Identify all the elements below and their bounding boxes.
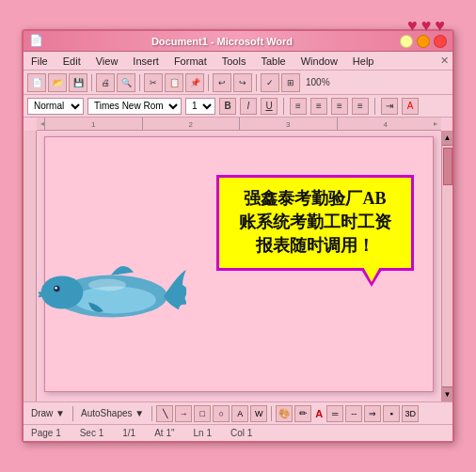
scroll-thumb[interactable] xyxy=(443,148,452,185)
tb-spell[interactable]: ✓ xyxy=(261,73,279,92)
tb-save[interactable]: 💾 xyxy=(69,73,87,92)
menu-format[interactable]: Format xyxy=(170,55,211,68)
status-pages: 1/1 xyxy=(122,428,135,438)
draw-label[interactable]: Draw ▼ xyxy=(27,408,69,418)
ruler-mark-2: 2 xyxy=(142,118,240,130)
dolphin-image xyxy=(36,250,186,335)
window-title: Document1 - Microsoft Word xyxy=(44,36,400,47)
wordart-tool[interactable]: W xyxy=(250,405,267,422)
tb-cut[interactable]: ✂ xyxy=(144,73,163,92)
ruler-mark-1: 1 xyxy=(44,118,142,130)
svg-point-1 xyxy=(73,287,156,314)
tb-undo[interactable]: ↩ xyxy=(213,73,231,92)
title-bar: 📄 Document1 - Microsoft Word xyxy=(24,31,452,52)
ruler-mark-4: 4 xyxy=(337,118,435,130)
draw-toolbar: Draw ▼ AutoShapes ▼ ╲ → □ ○ A W 🎨 ✏ A ═ … xyxy=(24,401,452,424)
dash-style-btn[interactable]: -- xyxy=(345,405,362,422)
tb-sep3 xyxy=(208,74,209,91)
fill-color-btn[interactable]: 🎨 xyxy=(276,405,293,422)
menu-file[interactable]: File xyxy=(27,55,52,68)
heart-2: ♥ xyxy=(421,16,432,36)
line-style-btn[interactable]: ═ xyxy=(326,405,343,422)
draw-sep3 xyxy=(271,406,272,421)
zoom-level: 100% xyxy=(306,77,330,87)
ruler-mark-3: 3 xyxy=(239,118,337,130)
style-select[interactable]: Normal xyxy=(27,98,84,115)
font-color-button[interactable]: A xyxy=(402,98,419,115)
word-window: ♥ ♥ ♥ 📄 Document1 - Microsoft Word File … xyxy=(22,29,454,443)
document-page[interactable]: 强鑫泰考勤验厂AB 账系统考勤工时工资 报表随时调用！ xyxy=(44,136,434,392)
status-col: Col 1 xyxy=(230,428,252,438)
tb-paste[interactable]: 📌 xyxy=(185,73,204,92)
tb-print[interactable]: 🖨 xyxy=(96,73,115,92)
window-controls xyxy=(400,35,447,48)
svg-point-6 xyxy=(85,289,107,296)
line-color-btn[interactable]: ✏ xyxy=(294,405,311,422)
tb-redo[interactable]: ↪ xyxy=(233,73,252,92)
3d-btn[interactable]: 3D xyxy=(402,405,419,422)
document-area: ◂ 1 2 3 4 ▸ 强鑫泰考勤验厂AB 账系统考勤工时工资 报表随时调用！ xyxy=(24,118,452,401)
arrow-style-btn[interactable]: ⇒ xyxy=(364,405,381,422)
menu-close-btn[interactable]: ✕ xyxy=(440,55,449,67)
maximize-button[interactable] xyxy=(417,35,430,48)
align-center-button[interactable]: ≡ xyxy=(310,98,327,115)
fmt-sep1 xyxy=(283,98,284,115)
draw-sep1 xyxy=(72,406,73,421)
heart-decorations: ♥ ♥ ♥ xyxy=(407,16,445,36)
vertical-ruler xyxy=(24,131,37,401)
arrow-tool[interactable]: → xyxy=(175,405,192,422)
status-at: At 1" xyxy=(154,428,174,438)
justify-button[interactable]: ≡ xyxy=(352,98,369,115)
svg-point-2 xyxy=(41,275,84,308)
format-bar: Normal Times New Roman 12 B I U ≡ ≡ ≡ ≡ … xyxy=(24,95,452,118)
menu-insert[interactable]: Insert xyxy=(129,55,163,68)
line-tool[interactable]: ╲ xyxy=(156,405,173,422)
font-select[interactable]: Times New Roman xyxy=(87,98,182,115)
menu-help[interactable]: Help xyxy=(349,55,378,68)
bubble-text: 强鑫泰考勤验厂AB 账系统考勤工时工资 报表随时调用！ xyxy=(230,187,400,259)
draw-sep2 xyxy=(151,406,152,421)
status-page: Page 1 xyxy=(31,428,61,438)
menu-table[interactable]: Table xyxy=(257,55,289,68)
close-button[interactable] xyxy=(434,35,447,48)
bold-button[interactable]: B xyxy=(219,98,236,115)
align-left-button[interactable]: ≡ xyxy=(290,98,307,115)
vertical-scrollbar[interactable]: ▲ ▼ xyxy=(441,131,452,401)
scroll-down-btn[interactable]: ▼ xyxy=(442,386,452,401)
speech-bubble: 强鑫泰考勤验厂AB 账系统考勤工时工资 报表随时调用！ xyxy=(216,175,414,271)
tb-table[interactable]: ⊞ xyxy=(281,73,300,92)
align-right-button[interactable]: ≡ xyxy=(331,98,348,115)
status-sec: Sec 1 xyxy=(80,428,104,438)
menu-edit[interactable]: Edit xyxy=(59,55,85,68)
scroll-up-btn[interactable]: ▲ xyxy=(442,131,452,146)
tb-new[interactable]: 📄 xyxy=(27,73,46,92)
font-size-select[interactable]: 12 xyxy=(185,98,215,115)
ruler: ◂ 1 2 3 4 ▸ xyxy=(37,118,441,131)
italic-button[interactable]: I xyxy=(240,98,257,115)
rect-tool[interactable]: □ xyxy=(194,405,211,422)
autoshapes-label[interactable]: AutoShapes ▼ xyxy=(77,408,148,418)
oval-tool[interactable]: ○ xyxy=(213,405,230,422)
tb-preview[interactable]: 🔍 xyxy=(117,73,135,92)
menu-view[interactable]: View xyxy=(92,55,122,68)
indent-button[interactable]: ⇥ xyxy=(381,98,398,115)
main-toolbar: 📄 📂 💾 🖨 🔍 ✂ 📋 📌 ↩ ↪ ✓ ⊞ 100% xyxy=(24,71,452,95)
fmt-sep2 xyxy=(374,98,375,115)
tb-sep2 xyxy=(139,74,140,91)
shadow-btn[interactable]: ▪ xyxy=(383,405,400,422)
menu-window[interactable]: Window xyxy=(297,55,341,68)
tb-open[interactable]: 📂 xyxy=(48,73,67,92)
tb-sep1 xyxy=(91,74,92,91)
font-color-btn[interactable]: A xyxy=(313,408,325,419)
heart-3: ♥ xyxy=(435,16,445,36)
minimize-button[interactable] xyxy=(400,35,413,48)
underline-button[interactable]: U xyxy=(261,98,278,115)
menu-tools[interactable]: Tools xyxy=(218,55,250,68)
tb-copy[interactable]: 📋 xyxy=(165,73,183,92)
heart-1: ♥ xyxy=(407,16,418,36)
textbox-tool[interactable]: A xyxy=(231,405,248,422)
svg-point-4 xyxy=(55,287,56,289)
tb-sep4 xyxy=(256,74,257,91)
status-bar: Page 1 Sec 1 1/1 At 1" Ln 1 Col 1 xyxy=(24,424,452,441)
status-ln: Ln 1 xyxy=(194,428,212,438)
